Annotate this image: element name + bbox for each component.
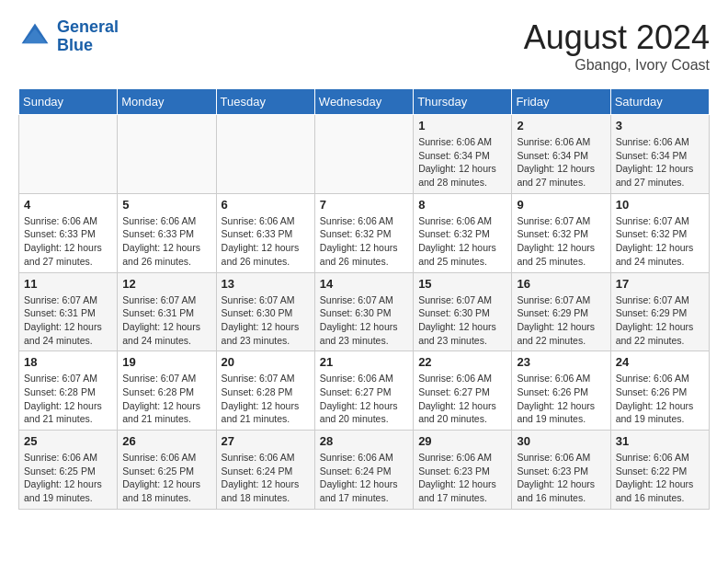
calendar-cell <box>118 115 216 194</box>
day-info: Sunrise: 6:06 AM Sunset: 6:26 PM Dayligh… <box>616 372 704 426</box>
day-info: Sunrise: 6:06 AM Sunset: 6:33 PM Dayligh… <box>122 214 210 269</box>
day-info: Sunrise: 6:06 AM Sunset: 6:34 PM Dayligh… <box>418 135 506 190</box>
day-info: Sunrise: 6:06 AM Sunset: 6:32 PM Dayligh… <box>320 214 408 269</box>
week-row-1: 1Sunrise: 6:06 AM Sunset: 6:34 PM Daylig… <box>19 115 710 194</box>
calendar-cell <box>216 115 314 194</box>
day-number: 30 <box>517 434 605 448</box>
day-info: Sunrise: 6:07 AM Sunset: 6:31 PM Dayligh… <box>122 293 210 348</box>
weekday-header-thursday: Thursday <box>414 89 512 115</box>
week-row-3: 11Sunrise: 6:07 AM Sunset: 6:31 PM Dayli… <box>19 272 710 351</box>
calendar-cell: 3Sunrise: 6:06 AM Sunset: 6:34 PM Daylig… <box>610 115 709 194</box>
calendar-cell: 10Sunrise: 6:07 AM Sunset: 6:32 PM Dayli… <box>610 193 709 272</box>
day-number: 6 <box>222 198 310 212</box>
day-number: 10 <box>616 198 704 212</box>
calendar-cell: 25Sunrise: 6:06 AM Sunset: 6:25 PM Dayli… <box>19 431 118 510</box>
day-info: Sunrise: 6:07 AM Sunset: 6:28 PM Dayligh… <box>24 372 112 426</box>
day-number: 17 <box>616 277 704 291</box>
calendar-cell: 13Sunrise: 6:07 AM Sunset: 6:30 PM Dayli… <box>216 272 314 351</box>
calendar-cell: 4Sunrise: 6:06 AM Sunset: 6:33 PM Daylig… <box>19 193 118 272</box>
day-info: Sunrise: 6:07 AM Sunset: 6:29 PM Dayligh… <box>616 293 704 348</box>
calendar-cell: 7Sunrise: 6:06 AM Sunset: 6:32 PM Daylig… <box>314 193 413 272</box>
week-row-2: 4Sunrise: 6:06 AM Sunset: 6:33 PM Daylig… <box>19 193 710 272</box>
day-number: 26 <box>122 434 210 448</box>
weekday-header-tuesday: Tuesday <box>216 89 314 115</box>
day-number: 1 <box>418 119 506 132</box>
week-row-5: 25Sunrise: 6:06 AM Sunset: 6:25 PM Dayli… <box>19 431 710 510</box>
day-info: Sunrise: 6:06 AM Sunset: 6:33 PM Dayligh… <box>222 214 310 269</box>
day-number: 13 <box>222 277 310 291</box>
day-info: Sunrise: 6:06 AM Sunset: 6:25 PM Dayligh… <box>122 451 210 505</box>
calendar-cell: 2Sunrise: 6:06 AM Sunset: 6:34 PM Daylig… <box>512 115 610 194</box>
day-info: Sunrise: 6:06 AM Sunset: 6:22 PM Dayligh… <box>616 451 704 505</box>
calendar-cell: 14Sunrise: 6:07 AM Sunset: 6:30 PM Dayli… <box>314 272 413 351</box>
day-number: 7 <box>320 198 408 212</box>
calendar-cell: 22Sunrise: 6:06 AM Sunset: 6:27 PM Dayli… <box>414 351 512 431</box>
logo-icon <box>18 20 51 53</box>
day-info: Sunrise: 6:07 AM Sunset: 6:30 PM Dayligh… <box>222 293 310 348</box>
day-info: Sunrise: 6:07 AM Sunset: 6:28 PM Dayligh… <box>222 372 310 426</box>
calendar-cell: 28Sunrise: 6:06 AM Sunset: 6:24 PM Dayli… <box>314 431 413 510</box>
calendar-cell: 27Sunrise: 6:06 AM Sunset: 6:24 PM Dayli… <box>216 431 314 510</box>
day-number: 4 <box>24 198 112 212</box>
day-info: Sunrise: 6:06 AM Sunset: 6:25 PM Dayligh… <box>24 451 112 505</box>
calendar-cell: 6Sunrise: 6:06 AM Sunset: 6:33 PM Daylig… <box>216 193 314 272</box>
calendar-cell: 20Sunrise: 6:07 AM Sunset: 6:28 PM Dayli… <box>216 351 314 431</box>
day-number: 25 <box>24 434 112 448</box>
day-number: 11 <box>24 277 112 291</box>
calendar-cell: 19Sunrise: 6:07 AM Sunset: 6:28 PM Dayli… <box>118 351 216 431</box>
day-number: 12 <box>122 277 210 291</box>
week-row-4: 18Sunrise: 6:07 AM Sunset: 6:28 PM Dayli… <box>19 351 710 431</box>
day-info: Sunrise: 6:07 AM Sunset: 6:32 PM Dayligh… <box>616 214 704 269</box>
month-year: August 2024 <box>524 18 710 57</box>
day-number: 28 <box>320 434 408 448</box>
logo-text: General Blue <box>57 18 119 55</box>
weekday-header-row: SundayMondayTuesdayWednesdayThursdayFrid… <box>19 89 710 115</box>
calendar-cell: 9Sunrise: 6:07 AM Sunset: 6:32 PM Daylig… <box>512 193 610 272</box>
day-info: Sunrise: 6:06 AM Sunset: 6:23 PM Dayligh… <box>418 451 506 505</box>
day-number: 15 <box>418 277 506 291</box>
day-info: Sunrise: 6:06 AM Sunset: 6:33 PM Dayligh… <box>24 214 112 269</box>
calendar-cell: 21Sunrise: 6:06 AM Sunset: 6:27 PM Dayli… <box>314 351 413 431</box>
calendar-cell: 31Sunrise: 6:06 AM Sunset: 6:22 PM Dayli… <box>610 431 709 510</box>
day-number: 20 <box>222 355 310 369</box>
day-info: Sunrise: 6:06 AM Sunset: 6:24 PM Dayligh… <box>222 451 310 505</box>
calendar-cell: 24Sunrise: 6:06 AM Sunset: 6:26 PM Dayli… <box>610 351 709 431</box>
calendar-cell: 26Sunrise: 6:06 AM Sunset: 6:25 PM Dayli… <box>118 431 216 510</box>
calendar-cell: 29Sunrise: 6:06 AM Sunset: 6:23 PM Dayli… <box>414 431 512 510</box>
calendar-cell: 11Sunrise: 6:07 AM Sunset: 6:31 PM Dayli… <box>19 272 118 351</box>
logo: General Blue <box>18 18 119 55</box>
day-info: Sunrise: 6:07 AM Sunset: 6:31 PM Dayligh… <box>24 293 112 348</box>
day-info: Sunrise: 6:07 AM Sunset: 6:30 PM Dayligh… <box>320 293 408 348</box>
day-info: Sunrise: 6:06 AM Sunset: 6:27 PM Dayligh… <box>418 372 506 426</box>
day-info: Sunrise: 6:07 AM Sunset: 6:29 PM Dayligh… <box>517 293 605 348</box>
calendar-cell: 30Sunrise: 6:06 AM Sunset: 6:23 PM Dayli… <box>512 431 610 510</box>
day-number: 14 <box>320 277 408 291</box>
calendar-cell <box>19 115 118 194</box>
day-number: 29 <box>418 434 506 448</box>
day-info: Sunrise: 6:07 AM Sunset: 6:28 PM Dayligh… <box>122 372 210 426</box>
day-info: Sunrise: 6:07 AM Sunset: 6:32 PM Dayligh… <box>517 214 605 269</box>
day-info: Sunrise: 6:07 AM Sunset: 6:30 PM Dayligh… <box>418 293 506 348</box>
weekday-header-sunday: Sunday <box>19 89 118 115</box>
calendar-cell: 8Sunrise: 6:06 AM Sunset: 6:32 PM Daylig… <box>414 193 512 272</box>
day-number: 18 <box>24 355 112 369</box>
weekday-header-saturday: Saturday <box>610 89 709 115</box>
day-info: Sunrise: 6:06 AM Sunset: 6:24 PM Dayligh… <box>320 451 408 505</box>
day-info: Sunrise: 6:06 AM Sunset: 6:32 PM Dayligh… <box>418 214 506 269</box>
day-info: Sunrise: 6:06 AM Sunset: 6:23 PM Dayligh… <box>517 451 605 505</box>
page-header: General Blue August 2024 Gbango, Ivory C… <box>18 18 710 74</box>
calendar-cell: 16Sunrise: 6:07 AM Sunset: 6:29 PM Dayli… <box>512 272 610 351</box>
day-number: 16 <box>517 277 605 291</box>
day-info: Sunrise: 6:06 AM Sunset: 6:27 PM Dayligh… <box>320 372 408 426</box>
calendar-cell <box>314 115 413 194</box>
weekday-header-friday: Friday <box>512 89 610 115</box>
day-info: Sunrise: 6:06 AM Sunset: 6:26 PM Dayligh… <box>517 372 605 426</box>
day-number: 21 <box>320 355 408 369</box>
weekday-header-wednesday: Wednesday <box>314 89 413 115</box>
calendar-cell: 15Sunrise: 6:07 AM Sunset: 6:30 PM Dayli… <box>414 272 512 351</box>
day-number: 2 <box>517 119 605 132</box>
day-number: 9 <box>517 198 605 212</box>
day-number: 5 <box>122 198 210 212</box>
day-number: 19 <box>122 355 210 369</box>
day-number: 3 <box>616 119 704 132</box>
